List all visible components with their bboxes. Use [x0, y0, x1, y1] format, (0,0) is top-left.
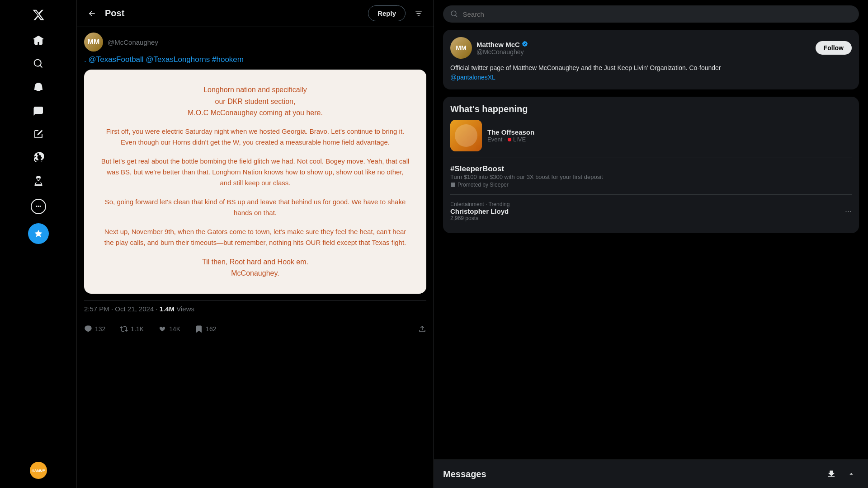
adjust-icon[interactable]: [411, 6, 426, 21]
sidebar-item-communities[interactable]: [28, 147, 49, 168]
post-card: Longhorn nation and specifically our DKR…: [84, 70, 426, 294]
post-actions-bar: 132 1.1K 14K 162: [84, 321, 426, 337]
messages-actions: [824, 466, 859, 482]
trending-ad[interactable]: #SleeperBoost Turn $100 into $300 with o…: [450, 164, 852, 195]
whats-happening-card: What's happening The Offseason Event · L…: [443, 97, 859, 233]
svg-rect-0: [451, 183, 455, 187]
profile-bio: Official twitter page of Matthew McConau…: [450, 63, 852, 82]
back-button[interactable]: [84, 6, 99, 21]
live-dot: [508, 138, 511, 141]
search-input[interactable]: [462, 10, 852, 18]
ad-text: Turn $100 into $300 with our 3X boost fo…: [450, 174, 852, 180]
follow-button[interactable]: Follow: [816, 41, 852, 55]
share-action[interactable]: [418, 325, 426, 333]
post-card-paragraph3: So, going forward let's clean that kind …: [100, 197, 410, 218]
collapse-messages-icon[interactable]: [844, 466, 859, 482]
messages-title: Messages: [443, 469, 486, 479]
sidebar-item-profile[interactable]: [28, 171, 49, 192]
trending-event[interactable]: The Offseason Event · LIVE: [450, 120, 852, 158]
ad-hashtag: #SleeperBoost: [450, 164, 852, 174]
post-handle[interactable]: @McConaughey: [108, 38, 158, 46]
ad-promo: Promoted by Sleeper: [450, 182, 852, 188]
post-meta: 2:57 PM · Oct 21, 2024 · 1.4M Views: [84, 300, 426, 317]
profile-avatar[interactable]: MM: [450, 37, 472, 59]
sidebar-item-messages[interactable]: [28, 100, 49, 121]
x-logo[interactable]: [28, 5, 49, 25]
post-card-paragraph4: Next up, November 9th, when the Gators c…: [100, 226, 410, 248]
post-header: Post Reply: [77, 0, 434, 27]
comment-action[interactable]: 132: [84, 325, 105, 333]
event-meta: Event · LIVE: [487, 136, 534, 143]
premium-glyph[interactable]: [28, 223, 49, 244]
profile-name: Matthew McC: [476, 41, 811, 48]
trending-category: Entertainment · Trending: [450, 201, 509, 207]
messages-bar: Messages: [434, 460, 868, 488]
post-user-row: MM @McConaughey: [84, 33, 426, 52]
bookmark-action[interactable]: 162: [195, 325, 216, 333]
ad-icon: [450, 182, 456, 188]
post-avatar[interactable]: MM: [84, 33, 103, 52]
sidebar-item-notifications[interactable]: [28, 77, 49, 98]
like-action[interactable]: 14K: [158, 325, 180, 333]
post-card-title: Longhorn nation and specifically our DKR…: [100, 84, 410, 119]
event-image: [450, 120, 482, 151]
search-icon: [450, 10, 458, 18]
post-card-closing: Til then, Root hard and Hook em. McConau…: [100, 256, 410, 279]
retweet-action[interactable]: 1.1K: [120, 325, 144, 333]
sidebar-item-home[interactable]: [28, 30, 49, 51]
profile-card: MM Matthew McC @McConaughey Follow Offic…: [443, 30, 859, 89]
user-avatar-bottom[interactable]: #IAMUP: [30, 462, 47, 479]
page-title: Post: [105, 8, 363, 19]
compose-message-icon[interactable]: [824, 466, 839, 482]
sidebar-item-search[interactable]: [28, 53, 49, 74]
section-title-whats-happening: What's happening: [450, 104, 852, 114]
event-name: The Offseason: [487, 128, 534, 136]
reply-button[interactable]: Reply: [368, 5, 406, 21]
left-sidebar: ··· #IAMUP: [0, 0, 77, 488]
post-card-paragraph2: But let's get real about the bottle bomb…: [100, 156, 410, 188]
event-info: The Offseason Event · LIVE: [487, 128, 534, 143]
profile-card-user: MM Matthew McC @McConaughey Follow: [450, 37, 852, 59]
trending-item[interactable]: Entertainment · Trending Christopher Llo…: [450, 201, 852, 221]
search-bar[interactable]: [443, 5, 859, 23]
profile-bio-link[interactable]: @pantalonesXL: [450, 74, 495, 81]
right-sidebar: MM Matthew McC @McConaughey Follow Offic…: [434, 0, 868, 488]
post-mentions[interactable]: . @TexasFootball @TexasLonghorns #hookem: [84, 55, 426, 64]
post-card-paragraph1: First off, you were electric Saturday ni…: [100, 126, 410, 148]
sidebar-item-more[interactable]: ···: [28, 196, 49, 217]
trending-more-icon[interactable]: ···: [845, 206, 852, 216]
trending-count: 2,969 posts: [450, 215, 509, 221]
verified-icon: [522, 41, 528, 48]
profile-handle: @McConaughey: [476, 48, 811, 56]
trending-name: Christopher Lloyd: [450, 207, 509, 215]
post-main: Post Reply MM @McConaughey . @TexasFootb…: [77, 0, 434, 488]
post-content: MM @McConaughey . @TexasFootball @TexasL…: [77, 27, 434, 342]
sidebar-item-compose[interactable]: [28, 124, 49, 145]
